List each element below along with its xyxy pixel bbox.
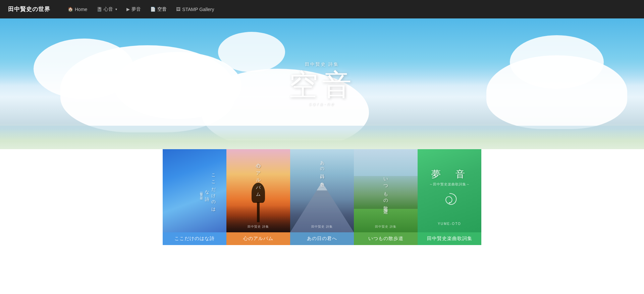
svg-point-0 [449,202,450,203]
hero-subtitle: 田中賢史 詩集 [288,61,356,67]
book-cover-text-hana: ここだけのはな詩 田中賢史 詩集 [199,170,216,212]
hero-section: 田中賢史 詩集 空音 sora-ne [0,18,644,149]
nav-sorane-label: 空音 [157,6,167,12]
book-item-hana[interactable]: ここだけのはな詩 田中賢史 詩集 ここだけのはな詩 [163,149,226,245]
nav-link-yume[interactable]: ▶ 夢音 [122,4,145,14]
book-hana-cover-sub: 田中賢史 詩集 [200,189,203,195]
nav-link-home[interactable]: 🏠 Home [64,5,91,14]
book-cover-anohino: あの日の君へ 田中賢史 詩集 [290,149,354,232]
book-label-hana: ここだけのはな詩 [163,232,226,245]
book-yumeoto-content: 夢 音 ～田中賢史楽曲歌詞集～ [429,168,470,214]
book-album-bottom: 田中賢史 詩集 [226,225,290,229]
cloud-7 [218,32,285,72]
book-label-yumeoto: 田中賢史楽曲歌詞集 [418,232,481,245]
swirl-decoration [439,190,460,210]
books-section: ここだけのはな詩 田中賢史 詩集 ここだけのはな詩 心のアルバム 田中賢史 詩集 [0,149,644,258]
books-grid: ここだけのはな詩 田中賢史 詩集 ここだけのはな詩 心のアルバム 田中賢史 詩集 [0,149,644,245]
site-brand[interactable]: 田中賢史の世界 [8,5,50,13]
book-anohino-text: あの日の君へ [290,158,354,189]
book-yumeoto-bottom: YUME-OTO [438,222,461,226]
yume-icon: ▶ [126,7,130,12]
hero-title: 空音 [288,70,356,100]
nav-yume-label: 夢音 [131,6,141,12]
book-yumeoto-title: 夢 音 [429,168,470,181]
nav-item-stamp[interactable]: 🖼 STAMP Gallery [172,5,218,14]
dropdown-icon: ▾ [115,7,117,11]
nav-item-kokoro[interactable]: 📓 心音 ▾ [93,4,121,14]
nav-kokoro-label: 心音 [104,6,113,12]
book-album-title-v: 心のアルバム [255,159,261,196]
book-anohino-title-v: あの日の君へ [319,158,325,188]
book-yumeoto-sub: ～田中賢史楽曲歌詞集～ [429,182,470,187]
nav-item-home[interactable]: 🏠 Home [64,5,91,14]
sorane-icon: 📄 [150,7,156,12]
nav-link-stamp[interactable]: 🖼 STAMP Gallery [172,5,218,14]
nav-item-yume[interactable]: ▶ 夢音 [122,4,145,14]
book-label-anohino: あの日の君へ [290,232,354,245]
book-cover-hana: ここだけのはな詩 田中賢史 詩集 [163,149,226,232]
book-sanpo-sub: 田中賢史 詩集 [354,225,418,229]
book-album-sub-bottom: 田中賢史 詩集 [226,225,290,229]
nav-stamp-label: STAMP Gallery [182,7,214,12]
nav-link-sorane[interactable]: 📄 空音 [146,4,171,14]
stamp-icon: 🖼 [176,7,180,12]
book-album-cover-text: 心のアルバム [255,159,261,196]
nav-home-label: Home [75,7,87,12]
book-label-sanpo: いつもの散歩道 [354,232,418,245]
swirl-svg [439,190,460,210]
book-sanpo-bottom: 田中賢史 詩集 [354,225,418,229]
book-cover-yumeoto: 夢 音 ～田中賢史楽曲歌詞集～ YUME-OTO [418,149,481,232]
home-icon: 🏠 [68,7,73,12]
navbar: 田中賢史の世界 🏠 Home 📓 心音 ▾ ▶ 夢音 📄 空音 [0,0,644,18]
nav-links: 🏠 Home 📓 心音 ▾ ▶ 夢音 📄 空音 🖼 [64,4,218,14]
book-hana-cover-title: ここだけのはな詩 [205,171,216,211]
cloud-4 [486,55,627,129]
book-sanpo-text-container: いつもの散歩道 [354,149,418,232]
nav-link-kokoro[interactable]: 📓 心音 ▾ [93,4,121,14]
book-anohino-bottom: 田中賢史 詩集 [290,225,354,229]
kokoro-icon: 📓 [97,7,102,12]
book-sanpo-title-v: いつもの散歩道 [383,174,389,208]
book-cover-album: 心のアルバム 田中賢史 詩集 [226,149,290,232]
book-cover-sanpo: いつもの散歩道 田中賢史 詩集 [354,149,418,232]
book-anohino-sub: 田中賢史 詩集 [290,225,354,229]
book-item-yumeoto[interactable]: 夢 音 ～田中賢史楽曲歌詞集～ YUME-OTO 田中賢史楽曲歌詞集 [418,149,481,245]
ground-layer [0,129,644,149]
book-item-sanpo[interactable]: いつもの散歩道 田中賢史 詩集 いつもの散歩道 [354,149,418,245]
book-label-album: 心のアルバム [226,232,290,245]
book-item-album[interactable]: 心のアルバム 田中賢史 詩集 心のアルバム [226,149,290,245]
tree-silhouette [257,202,260,222]
nav-item-sorane[interactable]: 📄 空音 [146,4,171,14]
book-item-anohino[interactable]: あの日の君へ 田中賢史 詩集 あの日の君へ [290,149,354,245]
hero-romanji: sora-ne [288,101,356,107]
hero-content: 田中賢史 詩集 空音 sora-ne [288,61,356,107]
